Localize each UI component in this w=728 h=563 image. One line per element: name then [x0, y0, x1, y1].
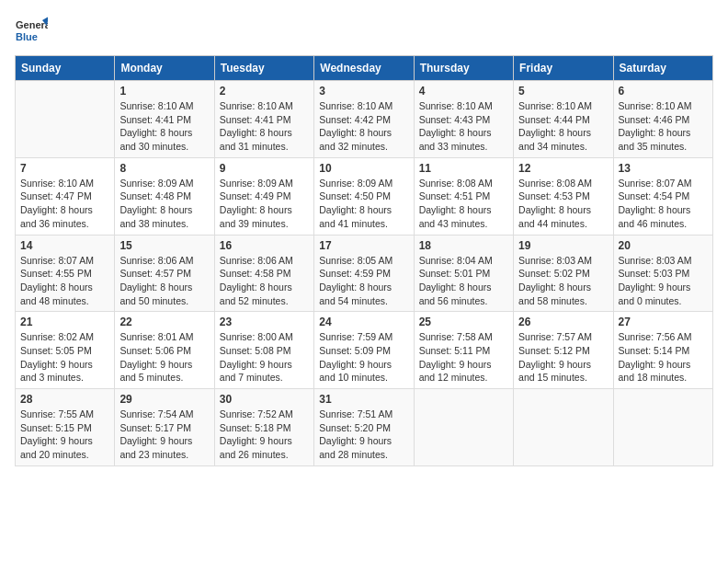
calendar-cell: 19Sunrise: 8:03 AMSunset: 5:02 PMDayligh…: [514, 235, 613, 312]
day-info: Sunrise: 8:03 AMSunset: 5:02 PMDaylight:…: [518, 254, 608, 308]
day-number: 29: [119, 393, 209, 406]
day-info: Sunrise: 7:55 AMSunset: 5:15 PMDaylight:…: [20, 408, 109, 462]
day-info: Sunrise: 8:09 AMSunset: 4:49 PMDaylight:…: [220, 177, 309, 231]
day-info: Sunrise: 8:08 AMSunset: 4:53 PMDaylight:…: [518, 177, 608, 231]
day-number: 5: [518, 85, 608, 98]
calendar-cell: 5Sunrise: 8:10 AMSunset: 4:44 PMDaylight…: [514, 81, 613, 158]
day-number: 31: [319, 393, 408, 406]
header-monday: Monday: [115, 56, 214, 81]
day-info: Sunrise: 8:00 AMSunset: 5:08 PMDaylight:…: [220, 330, 309, 385]
day-info: Sunrise: 8:09 AMSunset: 4:50 PMDaylight:…: [319, 177, 408, 231]
day-info: Sunrise: 8:08 AMSunset: 4:51 PMDaylight:…: [419, 177, 508, 231]
calendar-cell: 7Sunrise: 8:10 AMSunset: 4:47 PMDaylight…: [16, 157, 115, 235]
header-sunday: Sunday: [16, 56, 115, 81]
day-info: Sunrise: 7:58 AMSunset: 5:11 PMDaylight:…: [419, 330, 508, 385]
day-info: Sunrise: 8:07 AMSunset: 4:54 PMDaylight:…: [619, 177, 708, 231]
calendar-cell: 24Sunrise: 7:59 AMSunset: 5:09 PMDayligh…: [314, 312, 414, 389]
calendar-cell: 4Sunrise: 8:10 AMSunset: 4:43 PMDaylight…: [414, 81, 513, 158]
day-number: 20: [619, 239, 708, 252]
day-number: 25: [419, 316, 508, 328]
calendar-cell: [414, 389, 513, 466]
calendar-cell: 9Sunrise: 8:09 AMSunset: 4:49 PMDaylight…: [214, 157, 313, 235]
day-info: Sunrise: 7:51 AMSunset: 5:20 PMDaylight:…: [319, 408, 408, 462]
day-number: 14: [20, 239, 109, 252]
day-info: Sunrise: 7:59 AMSunset: 5:09 PMDaylight:…: [319, 330, 408, 385]
day-number: 8: [119, 162, 209, 175]
day-number: 24: [319, 316, 408, 328]
calendar-cell: 20Sunrise: 8:03 AMSunset: 5:03 PMDayligh…: [613, 235, 712, 312]
day-number: 1: [119, 85, 209, 98]
day-number: 28: [20, 393, 109, 406]
day-info: Sunrise: 7:56 AMSunset: 5:14 PMDaylight:…: [619, 330, 708, 385]
day-info: Sunrise: 8:03 AMSunset: 5:03 PMDaylight:…: [619, 254, 708, 308]
day-number: 15: [119, 239, 209, 252]
day-number: 30: [220, 393, 309, 406]
day-info: Sunrise: 7:54 AMSunset: 5:17 PMDaylight:…: [119, 408, 209, 462]
calendar-cell: 30Sunrise: 7:52 AMSunset: 5:18 PMDayligh…: [214, 389, 313, 466]
header: General Blue: [15, 15, 713, 48]
day-number: 7: [20, 162, 109, 175]
svg-text:Blue: Blue: [16, 31, 38, 42]
week-row-2: 7Sunrise: 8:10 AMSunset: 4:47 PMDaylight…: [16, 157, 713, 235]
calendar-cell: [613, 389, 712, 466]
header-thursday: Thursday: [414, 56, 513, 81]
calendar-cell: 29Sunrise: 7:54 AMSunset: 5:17 PMDayligh…: [115, 389, 214, 466]
day-number: 27: [619, 316, 708, 328]
day-number: 12: [518, 162, 608, 175]
calendar-header: SundayMondayTuesdayWednesdayThursdayFrid…: [16, 56, 713, 81]
day-number: 21: [20, 316, 109, 328]
calendar-cell: 25Sunrise: 7:58 AMSunset: 5:11 PMDayligh…: [414, 312, 513, 389]
header-friday: Friday: [514, 56, 613, 81]
week-row-4: 21Sunrise: 8:02 AMSunset: 5:05 PMDayligh…: [16, 312, 713, 389]
day-info: Sunrise: 8:06 AMSunset: 4:58 PMDaylight:…: [220, 254, 309, 308]
week-row-3: 14Sunrise: 8:07 AMSunset: 4:55 PMDayligh…: [16, 235, 713, 312]
calendar-cell: 6Sunrise: 8:10 AMSunset: 4:46 PMDaylight…: [613, 81, 712, 158]
day-info: Sunrise: 7:52 AMSunset: 5:18 PMDaylight:…: [220, 408, 309, 462]
day-number: 17: [319, 239, 408, 252]
week-row-5: 28Sunrise: 7:55 AMSunset: 5:15 PMDayligh…: [16, 389, 713, 466]
calendar-cell: 21Sunrise: 8:02 AMSunset: 5:05 PMDayligh…: [16, 312, 115, 389]
calendar-cell: 27Sunrise: 7:56 AMSunset: 5:14 PMDayligh…: [613, 312, 712, 389]
day-info: Sunrise: 8:05 AMSunset: 4:59 PMDaylight:…: [319, 254, 408, 308]
calendar-cell: 26Sunrise: 7:57 AMSunset: 5:12 PMDayligh…: [514, 312, 613, 389]
calendar-cell: 2Sunrise: 8:10 AMSunset: 4:41 PMDaylight…: [214, 81, 313, 158]
calendar-cell: 22Sunrise: 8:01 AMSunset: 5:06 PMDayligh…: [115, 312, 214, 389]
header-tuesday: Tuesday: [214, 56, 313, 81]
day-info: Sunrise: 8:10 AMSunset: 4:44 PMDaylight:…: [518, 99, 608, 154]
day-number: 4: [419, 85, 508, 98]
day-number: 26: [518, 316, 608, 328]
calendar-cell: 1Sunrise: 8:10 AMSunset: 4:41 PMDaylight…: [115, 81, 214, 158]
day-info: Sunrise: 8:10 AMSunset: 4:42 PMDaylight:…: [319, 99, 408, 154]
day-info: Sunrise: 7:57 AMSunset: 5:12 PMDaylight:…: [518, 330, 608, 385]
day-info: Sunrise: 8:10 AMSunset: 4:41 PMDaylight:…: [119, 99, 209, 154]
calendar-cell: 8Sunrise: 8:09 AMSunset: 4:48 PMDaylight…: [115, 157, 214, 235]
header-saturday: Saturday: [613, 56, 712, 81]
day-number: 13: [619, 162, 708, 175]
week-row-1: 1Sunrise: 8:10 AMSunset: 4:41 PMDaylight…: [16, 81, 713, 158]
day-info: Sunrise: 8:10 AMSunset: 4:47 PMDaylight:…: [20, 177, 109, 231]
day-info: Sunrise: 8:01 AMSunset: 5:06 PMDaylight:…: [119, 330, 209, 385]
calendar-cell: 16Sunrise: 8:06 AMSunset: 4:58 PMDayligh…: [214, 235, 313, 312]
day-info: Sunrise: 8:10 AMSunset: 4:43 PMDaylight:…: [419, 99, 508, 154]
calendar-cell: 13Sunrise: 8:07 AMSunset: 4:54 PMDayligh…: [613, 157, 712, 235]
day-info: Sunrise: 8:10 AMSunset: 4:46 PMDaylight:…: [619, 99, 708, 154]
calendar-table: SundayMondayTuesdayWednesdayThursdayFrid…: [15, 55, 713, 466]
day-info: Sunrise: 8:10 AMSunset: 4:41 PMDaylight:…: [220, 99, 309, 154]
day-info: Sunrise: 8:09 AMSunset: 4:48 PMDaylight:…: [119, 177, 209, 231]
calendar-cell: 10Sunrise: 8:09 AMSunset: 4:50 PMDayligh…: [314, 157, 414, 235]
day-number: 10: [319, 162, 408, 175]
calendar-cell: 11Sunrise: 8:08 AMSunset: 4:51 PMDayligh…: [414, 157, 513, 235]
day-number: 2: [220, 85, 309, 98]
day-info: Sunrise: 8:02 AMSunset: 5:05 PMDaylight:…: [20, 330, 109, 385]
calendar-cell: 12Sunrise: 8:08 AMSunset: 4:53 PMDayligh…: [514, 157, 613, 235]
day-number: 3: [319, 85, 408, 98]
calendar-cell: 28Sunrise: 7:55 AMSunset: 5:15 PMDayligh…: [16, 389, 115, 466]
day-info: Sunrise: 8:06 AMSunset: 4:57 PMDaylight:…: [119, 254, 209, 308]
calendar-cell: 23Sunrise: 8:00 AMSunset: 5:08 PMDayligh…: [214, 312, 313, 389]
day-info: Sunrise: 8:04 AMSunset: 5:01 PMDaylight:…: [419, 254, 508, 308]
calendar-cell: [514, 389, 613, 466]
calendar-cell: [16, 81, 115, 158]
header-wednesday: Wednesday: [314, 56, 414, 81]
day-info: Sunrise: 8:07 AMSunset: 4:55 PMDaylight:…: [20, 254, 109, 308]
day-number: 9: [220, 162, 309, 175]
